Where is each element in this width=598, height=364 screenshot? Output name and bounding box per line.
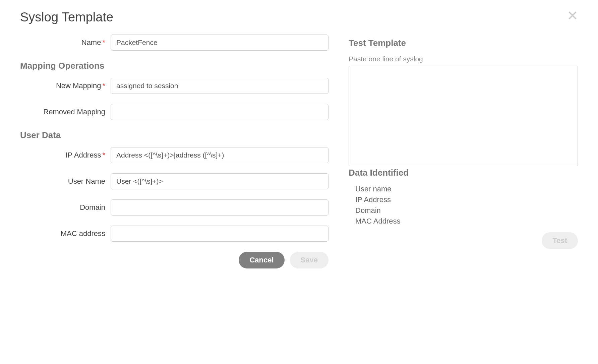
data-item: MAC Address: [355, 217, 578, 226]
name-input[interactable]: [111, 35, 328, 51]
label-ip-address: IP Address*: [20, 151, 111, 160]
row-domain: Domain: [20, 199, 328, 216]
form-area: Name* Mapping Operations New Mapping* Re…: [20, 35, 328, 268]
test-button: Test: [542, 232, 578, 249]
new-mapping-input[interactable]: [111, 78, 328, 94]
domain-input[interactable]: [111, 199, 328, 216]
ip-address-input[interactable]: [111, 147, 328, 163]
test-button-row: Test: [349, 232, 578, 249]
user-name-input[interactable]: [111, 173, 328, 189]
required-marker: *: [102, 81, 105, 90]
data-identified-list: User name IP Address Domain MAC Address: [355, 185, 578, 226]
data-item: User name: [355, 185, 578, 193]
section-heading-mapping: Mapping Operations: [20, 61, 328, 71]
label-removed-mapping: Removed Mapping: [20, 108, 111, 116]
cancel-button[interactable]: Cancel: [239, 252, 284, 268]
label-name: Name*: [20, 38, 111, 47]
syslog-textarea[interactable]: [349, 66, 578, 166]
data-item: Domain: [355, 206, 578, 215]
row-ip-address: IP Address*: [20, 147, 328, 163]
syslog-template-dialog: Syslog Template Name* Mapping Operations…: [0, 0, 598, 364]
required-marker: *: [102, 38, 105, 47]
page-title: Syslog Template: [20, 10, 578, 24]
button-row: Cancel Save: [20, 252, 328, 268]
mac-address-input[interactable]: [111, 226, 328, 242]
row-name: Name*: [20, 35, 328, 51]
label-user-name: User Name: [20, 177, 111, 186]
close-icon[interactable]: [567, 10, 578, 21]
row-new-mapping: New Mapping*: [20, 78, 328, 94]
label-new-mapping: New Mapping*: [20, 81, 111, 90]
removed-mapping-input[interactable]: [111, 104, 328, 120]
test-template-heading: Test Template: [349, 38, 578, 48]
syslog-hint: Paste one line of syslog: [349, 55, 578, 63]
data-identified-heading: Data Identified: [349, 168, 578, 178]
row-mac-address: MAC address: [20, 226, 328, 242]
label-domain: Domain: [20, 203, 111, 212]
required-marker: *: [102, 151, 105, 159]
data-item: IP Address: [355, 195, 578, 204]
row-user-name: User Name: [20, 173, 328, 189]
test-panel: Test Template Paste one line of syslog D…: [349, 35, 578, 268]
save-button: Save: [290, 252, 328, 268]
row-removed-mapping: Removed Mapping: [20, 104, 328, 120]
section-heading-user-data: User Data: [20, 130, 328, 140]
label-mac-address: MAC address: [20, 229, 111, 238]
